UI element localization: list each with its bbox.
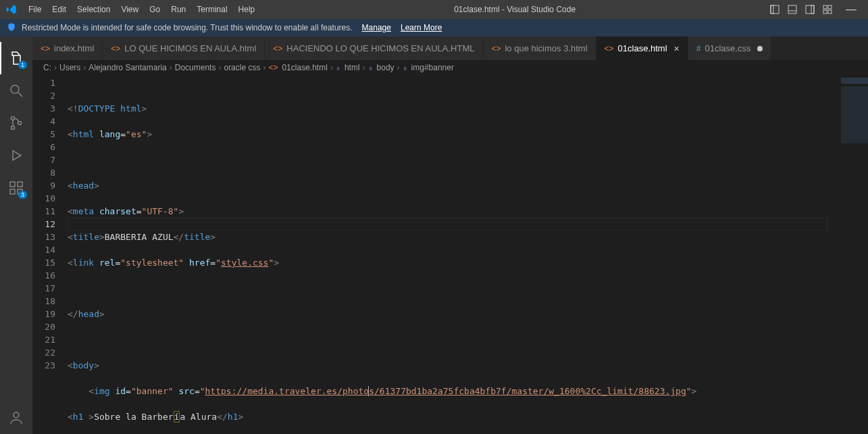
activity-source-control[interactable] <box>0 107 32 139</box>
activity-extensions[interactable]: 3 <box>0 172 32 204</box>
tab-label: LO QUE HICIMOS EN AULA.html <box>124 43 256 53</box>
layout-sidebar-right-icon[interactable] <box>805 4 815 15</box>
svg-rect-7 <box>828 5 832 9</box>
html-file-icon: <> <box>605 44 614 53</box>
activity-run-debug[interactable] <box>0 139 32 172</box>
svg-rect-4 <box>806 5 814 14</box>
menu-bar: File Edit Selection View Go Run Terminal… <box>23 0 260 19</box>
line-gutter: 1234 5678 9101112 13141516 17181920 2122… <box>32 75 68 434</box>
svg-point-12 <box>11 117 15 120</box>
breadcrumb-item[interactable]: Alejandro Santamaria <box>88 63 166 72</box>
activity-accounts[interactable] <box>0 402 32 434</box>
menu-file[interactable]: File <box>23 0 47 19</box>
tab-label: lo que hicimos 3.html <box>505 43 587 53</box>
activity-bar: 1 3 <box>0 37 32 434</box>
svg-rect-15 <box>10 182 15 187</box>
menu-help[interactable]: Help <box>233 0 261 19</box>
extensions-badge: 3 <box>18 191 27 199</box>
menu-view[interactable]: View <box>116 0 144 19</box>
svg-rect-6 <box>823 5 827 9</box>
html-file-icon: <> <box>268 63 278 72</box>
tab-lo-que-hicimos[interactable]: <>LO QUE HICIMOS EN AULA.html <box>103 37 265 60</box>
tab-bar: <>index.html <>LO QUE HICIMOS EN AULA.ht… <box>32 37 868 60</box>
html-file-icon: <> <box>273 44 282 53</box>
svg-rect-16 <box>10 189 15 194</box>
dirty-dot-icon <box>757 46 763 51</box>
svg-point-13 <box>11 126 15 130</box>
shield-icon <box>7 22 16 34</box>
html-file-icon: <> <box>41 44 50 53</box>
svg-rect-5 <box>811 5 814 14</box>
editor-area: <>index.html <>LO QUE HICIMOS EN AULA.ht… <box>32 37 868 434</box>
svg-rect-0 <box>771 5 779 14</box>
editor-body[interactable]: 1234 5678 9101112 13141516 17181920 2122… <box>32 75 868 434</box>
tab-label: HACIENDO LO QUE HICIMOS EN AULA.HTML <box>286 43 474 53</box>
html-file-icon: <> <box>491 44 501 53</box>
breadcrumb-item[interactable]: html <box>344 63 360 72</box>
menu-run[interactable]: Run <box>165 0 191 19</box>
layout-customize-icon[interactable] <box>822 4 833 15</box>
svg-point-10 <box>11 85 19 93</box>
window-title: 01clase.html - Visual Studio Code <box>260 5 769 14</box>
minimap[interactable] <box>837 75 868 434</box>
svg-point-19 <box>14 412 19 418</box>
banner-text: Restricted Mode is intended for safe cod… <box>22 23 353 32</box>
tab-lo-que-hicimos-3[interactable]: <>lo que hicimos 3.html <box>483 37 596 60</box>
code-content[interactable]: <!DOCTYPE html> <html lang="es"> <head> … <box>68 75 837 434</box>
tab-label: 01clase.html <box>618 43 667 53</box>
symbol-icon: ⬨ <box>368 63 373 72</box>
title-bar: File Edit Selection View Go Run Terminal… <box>0 0 868 19</box>
svg-rect-18 <box>18 182 22 187</box>
tab-01clase-html[interactable]: <>01clase.html× <box>596 37 688 60</box>
menu-edit[interactable]: Edit <box>47 0 72 19</box>
tab-label: 01clase.css <box>705 43 750 53</box>
svg-rect-8 <box>823 10 827 14</box>
breadcrumb-item[interactable]: body <box>377 63 394 72</box>
svg-rect-9 <box>828 10 832 14</box>
banner-learn-more-link[interactable]: Learn More <box>401 23 442 32</box>
close-icon[interactable]: × <box>674 43 680 54</box>
svg-rect-1 <box>771 5 773 14</box>
breadcrumb-item[interactable]: Documents <box>175 63 216 72</box>
symbol-icon: ⬨ <box>336 63 340 72</box>
menu-terminal[interactable]: Terminal <box>191 0 232 19</box>
tab-index-html[interactable]: <>index.html <box>32 37 103 60</box>
layout-panel-icon[interactable] <box>787 4 798 15</box>
restricted-mode-banner: Restricted Mode is intended for safe cod… <box>0 19 868 37</box>
breadcrumb-item[interactable]: Users <box>59 63 80 72</box>
window-minimize-button[interactable]: — <box>840 3 863 16</box>
html-file-icon: <> <box>111 44 120 53</box>
activity-explorer[interactable]: 1 <box>0 42 32 74</box>
breadcrumbs[interactable]: C:› Users› Alejandro Santamaria› Documen… <box>32 60 868 75</box>
explorer-badge: 1 <box>18 61 27 69</box>
activity-search[interactable] <box>0 74 32 107</box>
menu-go[interactable]: Go <box>144 0 165 19</box>
tab-01clase-css[interactable]: #01clase.css <box>688 37 772 60</box>
banner-manage-link[interactable]: Manage <box>362 23 391 32</box>
tab-label: index.html <box>54 43 94 53</box>
menu-selection[interactable]: Selection <box>72 0 116 19</box>
vscode-logo-icon <box>0 4 23 15</box>
tab-haciendo[interactable]: <>HACIENDO LO QUE HICIMOS EN AULA.HTML <box>265 37 483 60</box>
breadcrumb-item[interactable]: oracle css <box>224 63 260 72</box>
symbol-icon: ⬨ <box>403 63 407 72</box>
layout-sidebar-left-icon[interactable] <box>769 4 780 15</box>
svg-line-11 <box>18 93 22 97</box>
svg-rect-2 <box>788 5 796 14</box>
breadcrumb-item[interactable]: img#banner <box>411 63 454 72</box>
breadcrumb-item[interactable]: 01clase.html <box>282 63 328 72</box>
svg-point-14 <box>18 122 22 125</box>
breadcrumb-item[interactable]: C: <box>43 63 51 72</box>
css-file-icon: # <box>696 44 701 53</box>
